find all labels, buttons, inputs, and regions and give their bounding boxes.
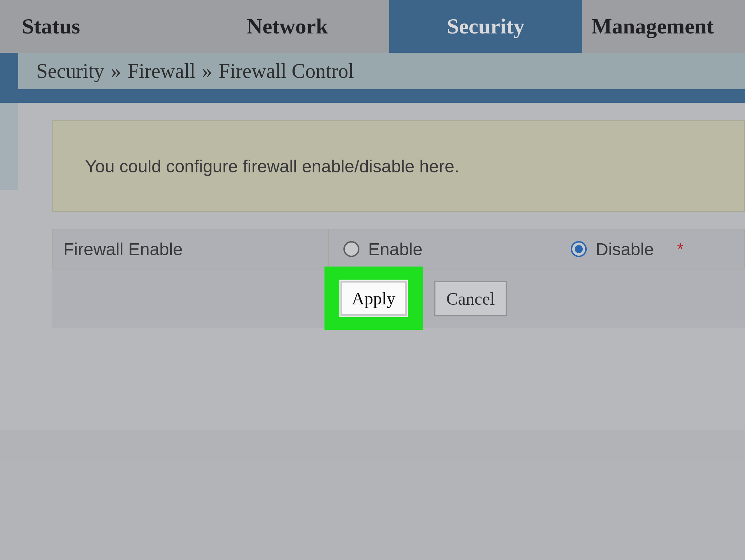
content-area: You could configure firewall enable/disa… [18,103,745,430]
breadcrumb: Security » Firewall » Firewall Control [18,53,745,89]
breadcrumb-bar: Security » Firewall » Firewall Control [0,53,745,103]
tab-label: Network [247,14,328,39]
firewall-enable-options: Enable Disable * [329,229,745,269]
button-row: Apply Cancel [52,269,745,328]
info-banner: You could configure firewall enable/disa… [52,120,745,212]
info-text: You could configure firewall enable/disa… [85,156,459,176]
radio-disable[interactable] [571,241,587,257]
sidebar-accent [0,103,18,190]
firewall-enable-row: Firewall Enable Enable Disable * [52,229,745,269]
radio-disable-label: Disable [595,239,654,259]
breadcrumb-part-firewall-control: Firewall Control [219,59,354,83]
radio-enable[interactable] [343,241,359,257]
breadcrumb-separator-icon: » [202,59,212,83]
breadcrumb-part-security[interactable]: Security [36,59,104,83]
tab-label: Status [22,14,80,39]
tab-label: Security [447,14,524,39]
apply-button[interactable]: Apply [340,281,407,316]
tab-status[interactable]: Status [0,0,186,53]
tab-network[interactable]: Network [186,0,389,53]
radio-enable-label: Enable [368,239,422,259]
tab-management[interactable]: Management [582,0,745,53]
left-sidebar [0,103,18,430]
firewall-enable-label: Firewall Enable [52,229,329,269]
breadcrumb-separator-icon: » [111,59,121,83]
apply-highlight: Apply [324,267,423,330]
tab-label: Management [591,14,714,39]
tab-security[interactable]: Security [389,0,582,53]
cancel-button[interactable]: Cancel [434,281,507,316]
tab-strip: Status Network Security Management [0,0,745,53]
required-asterisk-icon: * [677,240,684,258]
breadcrumb-part-firewall[interactable]: Firewall [128,59,196,83]
